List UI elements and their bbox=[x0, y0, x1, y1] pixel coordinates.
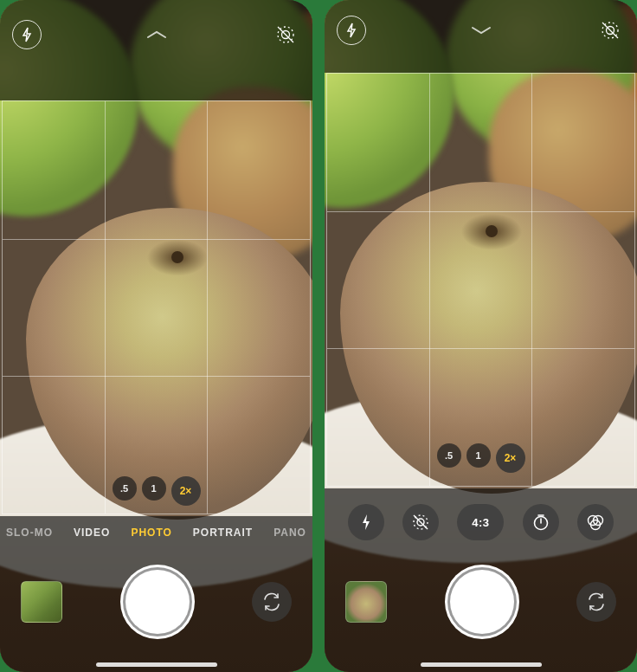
zoom-selector: .5 1 2× bbox=[113, 476, 201, 506]
bottom-toolbar bbox=[0, 563, 312, 641]
home-indicator[interactable] bbox=[96, 662, 217, 667]
bottom-toolbar bbox=[325, 563, 637, 641]
last-photo-thumbnail[interactable] bbox=[345, 581, 387, 623]
camera-screen-controls: .5 1 2× 4:3 bbox=[325, 0, 637, 672]
flash-control[interactable] bbox=[348, 504, 384, 540]
live-photo-control[interactable] bbox=[402, 504, 439, 540]
mode-photo[interactable]: PHOTO bbox=[131, 527, 171, 539]
zoom-option-ultrawide[interactable]: .5 bbox=[113, 476, 137, 501]
mode-pano[interactable]: PANO bbox=[273, 527, 306, 539]
last-photo-thumbnail[interactable] bbox=[21, 581, 62, 623]
advanced-controls-row: 4:3 bbox=[325, 501, 637, 544]
flash-off-icon bbox=[345, 23, 357, 38]
svg-line-8 bbox=[414, 515, 428, 529]
controls-toggle-chevron[interactable] bbox=[469, 24, 493, 36]
zoom-selector: .5 1 2× bbox=[437, 443, 525, 473]
camera-flip-icon bbox=[586, 591, 607, 612]
mode-selector[interactable]: SLO-MO VIDEO PHOTO PORTRAIT PANO bbox=[0, 521, 312, 544]
flash-off-icon bbox=[21, 27, 33, 42]
zoom-option-wide[interactable]: 1 bbox=[142, 476, 166, 501]
chevron-down-icon bbox=[470, 25, 492, 36]
controls-toggle-chevron[interactable] bbox=[145, 29, 169, 41]
flash-button[interactable] bbox=[337, 16, 366, 45]
live-photo-button[interactable] bbox=[271, 20, 300, 49]
camera-screen-modes: .5 1 2× SLO-MO VIDEO PHOTO PORTRAIT PANO bbox=[0, 0, 312, 672]
zoom-option-wide[interactable]: 1 bbox=[466, 443, 491, 468]
flash-icon bbox=[360, 514, 372, 531]
camera-switch-button[interactable] bbox=[252, 582, 292, 622]
top-toolbar bbox=[0, 0, 312, 69]
camera-flip-icon bbox=[261, 591, 282, 612]
chevron-up-icon bbox=[145, 29, 168, 40]
shutter-button[interactable] bbox=[450, 570, 514, 634]
live-off-icon bbox=[274, 23, 297, 46]
shutter-button[interactable] bbox=[125, 570, 190, 634]
home-indicator[interactable] bbox=[421, 662, 542, 667]
mode-video[interactable]: VIDEO bbox=[74, 527, 110, 539]
live-off-icon bbox=[410, 512, 431, 533]
live-photo-button[interactable] bbox=[595, 16, 625, 45]
mode-portrait[interactable]: PORTRAIT bbox=[193, 527, 253, 539]
filters-icon bbox=[585, 512, 606, 533]
mode-slomo[interactable]: SLO-MO bbox=[6, 527, 53, 539]
zoom-option-ultrawide[interactable]: .5 bbox=[437, 443, 461, 468]
zoom-option-tele[interactable]: 2× bbox=[496, 443, 525, 473]
flash-button[interactable] bbox=[12, 20, 42, 49]
timer-control[interactable] bbox=[523, 504, 559, 540]
timer-icon bbox=[531, 513, 550, 532]
aspect-ratio-control[interactable]: 4:3 bbox=[457, 504, 504, 540]
zoom-option-tele[interactable]: 2× bbox=[171, 476, 201, 506]
filters-control[interactable] bbox=[577, 504, 614, 540]
camera-switch-button[interactable] bbox=[576, 582, 616, 622]
top-toolbar bbox=[325, 0, 637, 61]
live-off-icon bbox=[599, 19, 621, 42]
composition-grid bbox=[326, 73, 635, 487]
composition-grid bbox=[2, 100, 311, 514]
